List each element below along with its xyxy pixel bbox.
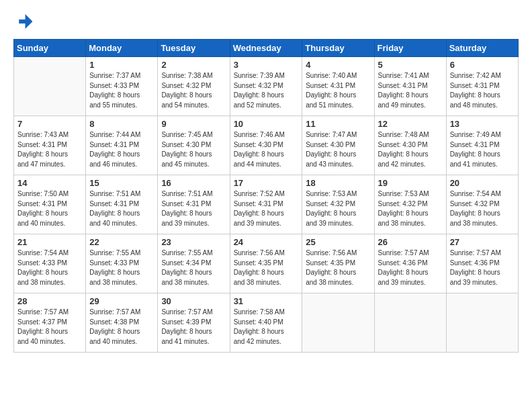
day-info: Sunrise: 7:52 AM Sunset: 4:31 PM Dayligh… <box>234 189 299 228</box>
day-info: Sunrise: 7:41 AM Sunset: 4:31 PM Dayligh… <box>378 71 443 110</box>
day-info: Sunrise: 7:51 AM Sunset: 4:31 PM Dayligh… <box>89 189 154 228</box>
calendar-cell: 21Sunrise: 7:54 AM Sunset: 4:33 PM Dayli… <box>14 234 86 293</box>
calendar-cell: 1Sunrise: 7:37 AM Sunset: 4:33 PM Daylig… <box>86 57 158 116</box>
day-info: Sunrise: 7:58 AM Sunset: 4:40 PM Dayligh… <box>234 308 299 347</box>
weekday-header-monday: Monday <box>86 40 158 57</box>
svg-marker-0 <box>19 14 32 29</box>
page-container: SundayMondayTuesdayWednesdayThursdayFrid… <box>0 0 532 359</box>
day-info: Sunrise: 7:54 AM Sunset: 4:32 PM Dayligh… <box>450 189 515 228</box>
day-number: 5 <box>378 60 443 70</box>
day-number: 26 <box>378 237 443 247</box>
calendar-week-2: 14Sunrise: 7:50 AM Sunset: 4:31 PM Dayli… <box>14 175 519 234</box>
weekday-header-friday: Friday <box>374 40 446 57</box>
calendar-cell: 13Sunrise: 7:49 AM Sunset: 4:31 PM Dayli… <box>446 116 518 175</box>
day-number: 20 <box>450 178 515 188</box>
day-number: 27 <box>450 237 515 247</box>
day-number: 31 <box>234 296 299 306</box>
calendar-table: SundayMondayTuesdayWednesdayThursdayFrid… <box>13 39 519 353</box>
day-info: Sunrise: 7:44 AM Sunset: 4:31 PM Dayligh… <box>89 130 154 169</box>
day-info: Sunrise: 7:57 AM Sunset: 4:36 PM Dayligh… <box>378 248 443 287</box>
calendar-cell: 5Sunrise: 7:41 AM Sunset: 4:31 PM Daylig… <box>374 57 446 116</box>
logo <box>13 12 34 34</box>
calendar-cell <box>302 293 374 353</box>
calendar-week-4: 28Sunrise: 7:57 AM Sunset: 4:37 PM Dayli… <box>14 293 519 353</box>
calendar-cell: 17Sunrise: 7:52 AM Sunset: 4:31 PM Dayli… <box>230 175 302 234</box>
calendar-cell: 31Sunrise: 7:58 AM Sunset: 4:40 PM Dayli… <box>230 293 302 353</box>
day-info: Sunrise: 7:56 AM Sunset: 4:35 PM Dayligh… <box>234 248 299 287</box>
day-number: 1 <box>89 60 154 70</box>
day-number: 28 <box>17 296 82 306</box>
day-info: Sunrise: 7:45 AM Sunset: 4:30 PM Dayligh… <box>161 130 226 169</box>
calendar-cell: 26Sunrise: 7:57 AM Sunset: 4:36 PM Dayli… <box>374 234 446 293</box>
calendar-cell: 25Sunrise: 7:56 AM Sunset: 4:35 PM Dayli… <box>302 234 374 293</box>
day-number: 13 <box>450 119 515 129</box>
calendar-cell: 22Sunrise: 7:55 AM Sunset: 4:33 PM Dayli… <box>86 234 158 293</box>
day-info: Sunrise: 7:56 AM Sunset: 4:35 PM Dayligh… <box>306 248 370 287</box>
header <box>13 12 519 34</box>
day-number: 19 <box>378 178 443 188</box>
calendar-cell: 9Sunrise: 7:45 AM Sunset: 4:30 PM Daylig… <box>158 116 230 175</box>
day-number: 18 <box>306 178 370 188</box>
day-number: 29 <box>89 296 154 306</box>
calendar-cell: 30Sunrise: 7:57 AM Sunset: 4:39 PM Dayli… <box>158 293 230 353</box>
day-number: 8 <box>89 119 154 129</box>
day-info: Sunrise: 7:57 AM Sunset: 4:38 PM Dayligh… <box>89 308 154 347</box>
day-info: Sunrise: 7:47 AM Sunset: 4:30 PM Dayligh… <box>306 130 370 169</box>
day-number: 14 <box>17 178 82 188</box>
day-info: Sunrise: 7:48 AM Sunset: 4:30 PM Dayligh… <box>378 130 443 169</box>
calendar-cell: 29Sunrise: 7:57 AM Sunset: 4:38 PM Dayli… <box>86 293 158 353</box>
day-info: Sunrise: 7:38 AM Sunset: 4:32 PM Dayligh… <box>161 71 226 110</box>
day-info: Sunrise: 7:50 AM Sunset: 4:31 PM Dayligh… <box>17 189 82 228</box>
day-number: 25 <box>306 237 370 247</box>
calendar-cell: 24Sunrise: 7:56 AM Sunset: 4:35 PM Dayli… <box>230 234 302 293</box>
day-info: Sunrise: 7:57 AM Sunset: 4:39 PM Dayligh… <box>161 308 226 347</box>
calendar-cell: 11Sunrise: 7:47 AM Sunset: 4:30 PM Dayli… <box>302 116 374 175</box>
day-info: Sunrise: 7:40 AM Sunset: 4:31 PM Dayligh… <box>306 71 370 110</box>
calendar-cell: 3Sunrise: 7:39 AM Sunset: 4:32 PM Daylig… <box>230 57 302 116</box>
calendar-cell: 15Sunrise: 7:51 AM Sunset: 4:31 PM Dayli… <box>86 175 158 234</box>
calendar-cell: 20Sunrise: 7:54 AM Sunset: 4:32 PM Dayli… <box>446 175 518 234</box>
day-number: 23 <box>161 237 226 247</box>
day-number: 22 <box>89 237 154 247</box>
weekday-header-sunday: Sunday <box>14 40 86 57</box>
calendar-cell: 2Sunrise: 7:38 AM Sunset: 4:32 PM Daylig… <box>158 57 230 116</box>
day-number: 2 <box>161 60 226 70</box>
calendar-cell: 19Sunrise: 7:53 AM Sunset: 4:32 PM Dayli… <box>374 175 446 234</box>
calendar-cell: 10Sunrise: 7:46 AM Sunset: 4:30 PM Dayli… <box>230 116 302 175</box>
day-info: Sunrise: 7:37 AM Sunset: 4:33 PM Dayligh… <box>89 71 154 110</box>
day-info: Sunrise: 7:49 AM Sunset: 4:31 PM Dayligh… <box>450 130 515 169</box>
day-info: Sunrise: 7:46 AM Sunset: 4:30 PM Dayligh… <box>234 130 299 169</box>
day-number: 15 <box>89 178 154 188</box>
day-number: 16 <box>161 178 226 188</box>
calendar-cell: 6Sunrise: 7:42 AM Sunset: 4:31 PM Daylig… <box>446 57 518 116</box>
day-info: Sunrise: 7:53 AM Sunset: 4:32 PM Dayligh… <box>378 189 443 228</box>
calendar-cell: 23Sunrise: 7:55 AM Sunset: 4:34 PM Dayli… <box>158 234 230 293</box>
logo-icon <box>15 12 34 31</box>
day-info: Sunrise: 7:53 AM Sunset: 4:32 PM Dayligh… <box>306 189 370 228</box>
weekday-header-row: SundayMondayTuesdayWednesdayThursdayFrid… <box>14 40 519 57</box>
calendar-cell: 16Sunrise: 7:51 AM Sunset: 4:31 PM Dayli… <box>158 175 230 234</box>
day-number: 24 <box>234 237 299 247</box>
day-number: 3 <box>234 60 299 70</box>
day-info: Sunrise: 7:55 AM Sunset: 4:33 PM Dayligh… <box>89 248 154 287</box>
day-info: Sunrise: 7:54 AM Sunset: 4:33 PM Dayligh… <box>17 248 82 287</box>
calendar-cell: 27Sunrise: 7:57 AM Sunset: 4:36 PM Dayli… <box>446 234 518 293</box>
weekday-header-tuesday: Tuesday <box>158 40 230 57</box>
day-info: Sunrise: 7:42 AM Sunset: 4:31 PM Dayligh… <box>450 71 515 110</box>
calendar-cell: 7Sunrise: 7:43 AM Sunset: 4:31 PM Daylig… <box>14 116 86 175</box>
weekday-header-thursday: Thursday <box>302 40 374 57</box>
day-number: 9 <box>161 119 226 129</box>
day-info: Sunrise: 7:43 AM Sunset: 4:31 PM Dayligh… <box>17 130 82 169</box>
calendar-cell: 4Sunrise: 7:40 AM Sunset: 4:31 PM Daylig… <box>302 57 374 116</box>
calendar-cell: 12Sunrise: 7:48 AM Sunset: 4:30 PM Dayli… <box>374 116 446 175</box>
calendar-cell: 28Sunrise: 7:57 AM Sunset: 4:37 PM Dayli… <box>14 293 86 353</box>
day-number: 10 <box>234 119 299 129</box>
calendar-cell <box>446 293 518 353</box>
day-number: 6 <box>450 60 515 70</box>
calendar-week-0: 1Sunrise: 7:37 AM Sunset: 4:33 PM Daylig… <box>14 57 519 116</box>
day-info: Sunrise: 7:57 AM Sunset: 4:36 PM Dayligh… <box>450 248 515 287</box>
day-number: 30 <box>161 296 226 306</box>
weekday-header-wednesday: Wednesday <box>230 40 302 57</box>
calendar-week-1: 7Sunrise: 7:43 AM Sunset: 4:31 PM Daylig… <box>14 116 519 175</box>
day-number: 17 <box>234 178 299 188</box>
